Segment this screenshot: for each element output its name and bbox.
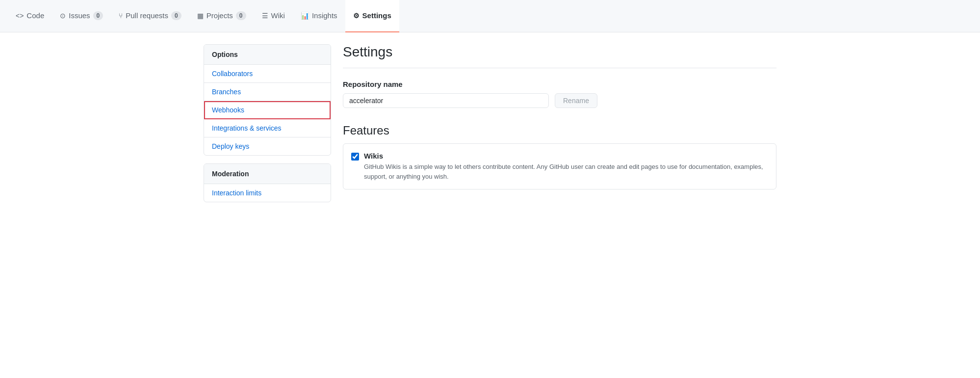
features-title: Features bbox=[343, 124, 776, 137]
title-divider bbox=[343, 68, 776, 68]
tab-settings[interactable]: ⚙ Settings bbox=[345, 0, 399, 32]
wiki-icon: ☰ bbox=[262, 12, 268, 20]
sidebar: Options Collaborators Branches Webhooks … bbox=[204, 44, 331, 210]
sidebar-item-interaction-limits[interactable]: Interaction limits bbox=[204, 184, 331, 202]
tab-issues-label: Issues bbox=[69, 11, 90, 20]
page-title: Settings bbox=[343, 44, 776, 60]
wikis-checkbox[interactable] bbox=[351, 153, 359, 161]
sidebar-section-moderation: Moderation Interaction limits bbox=[204, 163, 331, 202]
tab-code[interactable]: <> Code bbox=[8, 0, 52, 32]
tab-pull-requests-label: Pull requests bbox=[126, 11, 168, 20]
repo-name-label: Repository name bbox=[343, 80, 776, 88]
tab-insights[interactable]: 📊 Insights bbox=[293, 0, 345, 32]
sidebar-section-options: Options Collaborators Branches Webhooks … bbox=[204, 44, 331, 156]
sidebar-section-moderation-header: Moderation bbox=[204, 164, 331, 184]
repo-name-input[interactable] bbox=[343, 93, 549, 108]
repo-name-row: Rename bbox=[343, 93, 776, 108]
tab-projects-label: Projects bbox=[206, 11, 233, 20]
tab-wiki-label: Wiki bbox=[271, 11, 285, 20]
content-area: Settings Repository name Rename Features… bbox=[343, 44, 776, 210]
tab-wiki[interactable]: ☰ Wiki bbox=[254, 0, 293, 32]
top-nav: <> Code ⊙ Issues 0 ⑂ Pull requests 0 ▦ P… bbox=[0, 0, 980, 32]
rename-button[interactable]: Rename bbox=[555, 93, 597, 108]
main-container: Options Collaborators Branches Webhooks … bbox=[196, 32, 784, 222]
wikis-content: Wikis GitHub Wikis is a simple way to le… bbox=[364, 152, 768, 181]
wikis-title: Wikis bbox=[364, 152, 768, 160]
issues-icon: ⊙ bbox=[60, 12, 66, 20]
issues-badge: 0 bbox=[93, 11, 103, 20]
code-icon: <> bbox=[16, 12, 24, 20]
sidebar-item-webhooks[interactable]: Webhooks bbox=[204, 101, 331, 119]
pull-requests-icon: ⑂ bbox=[119, 12, 123, 20]
insights-icon: 📊 bbox=[301, 12, 309, 20]
tab-insights-label: Insights bbox=[312, 11, 337, 20]
sidebar-item-integrations[interactable]: Integrations & services bbox=[204, 119, 331, 137]
sidebar-item-deploy-keys[interactable]: Deploy keys bbox=[204, 137, 331, 155]
tab-issues[interactable]: ⊙ Issues 0 bbox=[52, 0, 111, 32]
wikis-description: GitHub Wikis is a simple way to let othe… bbox=[364, 162, 768, 181]
projects-badge: 0 bbox=[236, 11, 246, 20]
tab-settings-label: Settings bbox=[362, 11, 391, 20]
pull-requests-badge: 0 bbox=[171, 11, 181, 20]
sidebar-item-branches[interactable]: Branches bbox=[204, 83, 331, 101]
sidebar-section-options-header: Options bbox=[204, 45, 331, 65]
features-box: Wikis GitHub Wikis is a simple way to le… bbox=[343, 143, 776, 189]
sidebar-item-collaborators[interactable]: Collaborators bbox=[204, 65, 331, 83]
projects-icon: ▦ bbox=[197, 12, 204, 20]
tab-pull-requests[interactable]: ⑂ Pull requests 0 bbox=[111, 0, 189, 32]
settings-icon: ⚙ bbox=[353, 12, 360, 20]
tab-projects[interactable]: ▦ Projects 0 bbox=[189, 0, 254, 32]
tab-code-label: Code bbox=[26, 11, 44, 20]
feature-wikis: Wikis GitHub Wikis is a simple way to le… bbox=[351, 152, 768, 181]
